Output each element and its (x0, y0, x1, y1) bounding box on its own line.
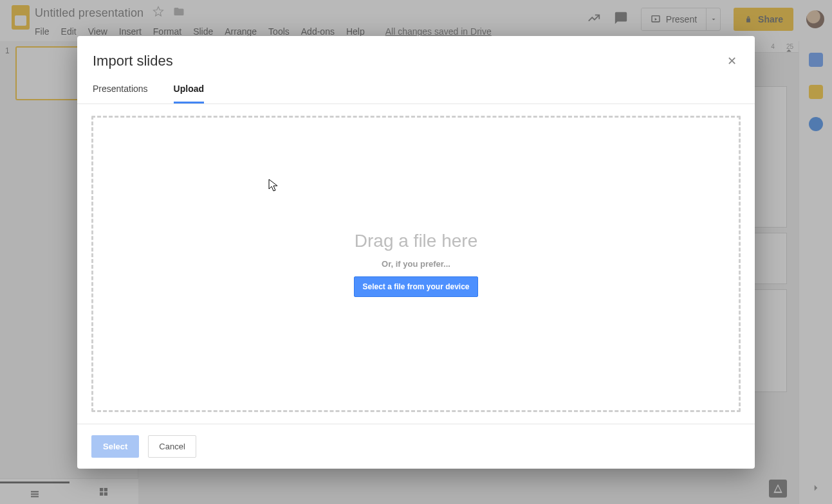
dropzone-subtext: Or, if you prefer... (382, 259, 450, 269)
select-file-button[interactable]: Select a file from your device (354, 276, 477, 297)
dialog-title: Import slides (93, 53, 173, 69)
import-slides-dialog: Import slides ✕ Presentations Upload Dra… (77, 36, 755, 469)
close-icon[interactable]: ✕ (725, 53, 739, 69)
upload-dropzone[interactable]: Drag a file here Or, if you prefer... Se… (91, 116, 741, 412)
dialog-footer: Select Cancel (77, 424, 755, 469)
dialog-tabs: Presentations Upload (77, 69, 755, 104)
tab-presentations[interactable]: Presentations (93, 84, 148, 104)
dropzone-heading: Drag a file here (355, 231, 477, 251)
cancel-button[interactable]: Cancel (148, 435, 196, 458)
tab-upload[interactable]: Upload (174, 84, 204, 104)
select-button[interactable]: Select (91, 435, 139, 458)
